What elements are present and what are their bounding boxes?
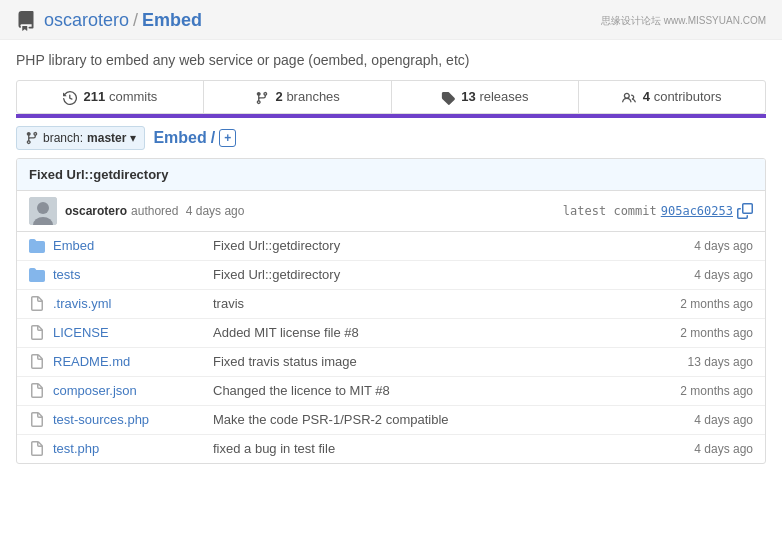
file-time: 2 months ago — [663, 326, 753, 340]
path-divider: / — [211, 129, 215, 147]
table-row: testsFixed Url::getdirectory4 days ago — [17, 261, 765, 290]
file-commit-message: Fixed Url::getdirectory — [213, 267, 663, 282]
file-icon — [29, 383, 45, 399]
branch-toggle-icon — [25, 131, 39, 145]
stat-branches[interactable]: 2 branches — [204, 81, 391, 113]
branches-label: branches — [286, 89, 339, 104]
copy-icon[interactable] — [737, 203, 753, 219]
releases-count: 13 — [461, 89, 475, 104]
file-time: 2 months ago — [663, 384, 753, 398]
stat-commits[interactable]: 211 commits — [17, 81, 204, 113]
file-name-link[interactable]: test-sources.php — [53, 412, 149, 427]
file-time: 4 days ago — [663, 239, 753, 253]
commits-label: commits — [109, 89, 157, 104]
avatar — [29, 197, 57, 225]
repo-link[interactable]: Embed — [142, 10, 202, 31]
repo-icon — [16, 11, 36, 31]
branch-label-text: branch: — [43, 131, 83, 145]
branch-name: master — [87, 131, 126, 145]
stat-releases[interactable]: 13 releases — [392, 81, 579, 113]
file-name-link[interactable]: README.md — [53, 354, 130, 369]
branches-count: 2 — [276, 89, 283, 104]
stats-bar: 211 commits 2 branches 13 releases 4 con… — [16, 80, 766, 114]
commit-meta: oscarotero authored 4 days ago latest co… — [17, 191, 765, 232]
commit-action: authored 4 days ago — [131, 204, 244, 218]
file-name-link[interactable]: LICENSE — [53, 325, 109, 340]
commit-author[interactable]: oscarotero — [65, 204, 127, 218]
table-row: test.phpfixed a bug in test file4 days a… — [17, 435, 765, 463]
folder-icon — [29, 238, 45, 254]
file-time: 4 days ago — [663, 413, 753, 427]
table-row: README.mdFixed travis status image13 day… — [17, 348, 765, 377]
stat-contributors[interactable]: 4 contributors — [579, 81, 765, 113]
contributors-label: contributors — [654, 89, 722, 104]
file-table: Fixed Url::getdirectory oscarotero autho… — [16, 158, 766, 464]
file-time: 4 days ago — [663, 268, 753, 282]
branch-bar: branch: master ▾ Embed / + — [0, 118, 782, 158]
commits-count: 211 — [84, 89, 106, 104]
file-name-link[interactable]: .travis.yml — [53, 296, 112, 311]
branch-toggle-button[interactable]: branch: master ▾ — [16, 126, 145, 150]
page-header: oscarotero / Embed 思缘设计论坛 www.MISSYUAN.C… — [0, 0, 782, 40]
file-time: 13 days ago — [663, 355, 753, 369]
file-name-link[interactable]: test.php — [53, 441, 99, 456]
file-time: 2 months ago — [663, 297, 753, 311]
file-commit-message: Added MIT license file #8 — [213, 325, 663, 340]
breadcrumb: oscarotero / Embed — [44, 10, 202, 31]
table-row: EmbedFixed Url::getdirectory4 days ago — [17, 232, 765, 261]
watermark: 思缘设计论坛 www.MISSYUAN.COM — [601, 14, 766, 28]
file-name-link[interactable]: Embed — [53, 238, 94, 253]
file-commit-message: fixed a bug in test file — [213, 441, 663, 456]
history-icon — [63, 91, 77, 105]
file-name-link[interactable]: tests — [53, 267, 80, 282]
file-icon — [29, 325, 45, 341]
table-row: composer.jsonChanged the licence to MIT … — [17, 377, 765, 406]
tag-icon — [441, 91, 455, 105]
releases-label: releases — [479, 89, 528, 104]
file-commit-message: Fixed Url::getdirectory — [213, 238, 663, 253]
file-icon — [29, 296, 45, 312]
person-icon — [622, 91, 636, 105]
file-commit-message: Fixed travis status image — [213, 354, 663, 369]
commit-header: Fixed Url::getdirectory — [17, 159, 765, 191]
owner-link[interactable]: oscarotero — [44, 10, 129, 31]
contributors-count: 4 — [643, 89, 650, 104]
file-time: 4 days ago — [663, 442, 753, 456]
file-commit-message: Changed the licence to MIT #8 — [213, 383, 663, 398]
commit-hash-area: latest commit 905ac60253 — [563, 203, 753, 219]
file-icon — [29, 354, 45, 370]
file-name-link[interactable]: composer.json — [53, 383, 137, 398]
file-icon — [29, 412, 45, 428]
file-rows-container: EmbedFixed Url::getdirectory4 days agote… — [17, 232, 765, 463]
table-row: .travis.ymltravis2 months ago — [17, 290, 765, 319]
commit-hash-link[interactable]: 905ac60253 — [661, 204, 733, 218]
breadcrumb-sep: / — [133, 10, 138, 31]
repo-description: PHP library to embed any web service or … — [0, 40, 782, 80]
table-row: test-sources.phpMake the code PSR-1/PSR-… — [17, 406, 765, 435]
table-row: LICENSEAdded MIT license file #82 months… — [17, 319, 765, 348]
branch-icon — [255, 91, 269, 105]
path-repo-link[interactable]: Embed — [153, 129, 206, 147]
commit-hash-label: latest commit — [563, 204, 657, 218]
file-icon — [29, 441, 45, 457]
branch-chevron: ▾ — [130, 131, 136, 145]
path-display: Embed / + — [153, 129, 236, 147]
file-commit-message: Make the code PSR-1/PSR-2 compatible — [213, 412, 663, 427]
add-folder-icon[interactable]: + — [219, 129, 236, 147]
folder-icon — [29, 267, 45, 283]
file-commit-message: travis — [213, 296, 663, 311]
svg-point-1 — [37, 202, 49, 214]
